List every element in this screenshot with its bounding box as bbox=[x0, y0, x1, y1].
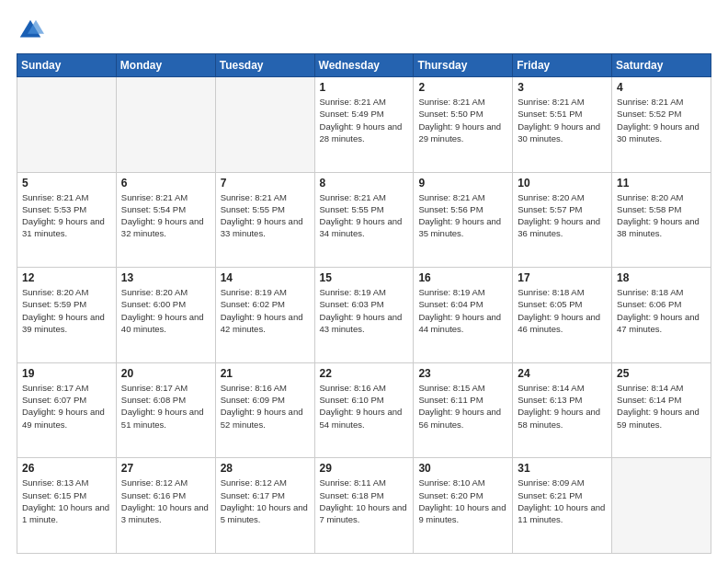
day-number: 11 bbox=[617, 177, 706, 190]
day-number: 1 bbox=[320, 81, 409, 94]
calendar-cell: 30Sunrise: 8:10 AM Sunset: 6:20 PM Dayli… bbox=[414, 458, 513, 554]
day-info: Sunrise: 8:21 AM Sunset: 5:51 PM Dayligh… bbox=[518, 96, 607, 144]
day-number: 17 bbox=[518, 271, 607, 284]
calendar-header-sunday: Sunday bbox=[17, 54, 117, 77]
day-number: 15 bbox=[320, 271, 409, 284]
calendar-cell: 7Sunrise: 8:21 AM Sunset: 5:55 PM Daylig… bbox=[215, 172, 314, 268]
calendar-cell: 18Sunrise: 8:18 AM Sunset: 6:06 PM Dayli… bbox=[612, 268, 711, 363]
calendar-cell: 20Sunrise: 8:17 AM Sunset: 6:08 PM Dayli… bbox=[116, 362, 215, 458]
day-number: 5 bbox=[22, 177, 111, 190]
day-info: Sunrise: 8:09 AM Sunset: 6:21 PM Dayligh… bbox=[518, 477, 607, 525]
calendar-cell: 17Sunrise: 8:18 AM Sunset: 6:05 PM Dayli… bbox=[513, 268, 612, 363]
day-info: Sunrise: 8:14 AM Sunset: 6:14 PM Dayligh… bbox=[617, 382, 706, 431]
day-info: Sunrise: 8:16 AM Sunset: 6:09 PM Dayligh… bbox=[221, 382, 310, 431]
day-number: 28 bbox=[221, 462, 310, 475]
day-number: 10 bbox=[518, 177, 607, 190]
calendar-cell: 21Sunrise: 8:16 AM Sunset: 6:09 PM Dayli… bbox=[215, 362, 314, 458]
calendar-cell: 22Sunrise: 8:16 AM Sunset: 6:10 PM Dayli… bbox=[314, 362, 414, 458]
calendar-cell: 8Sunrise: 8:21 AM Sunset: 5:55 PM Daylig… bbox=[314, 172, 414, 268]
calendar-cell: 13Sunrise: 8:20 AM Sunset: 6:00 PM Dayli… bbox=[116, 268, 215, 363]
day-info: Sunrise: 8:13 AM Sunset: 6:15 PM Dayligh… bbox=[22, 477, 111, 525]
calendar-cell: 10Sunrise: 8:20 AM Sunset: 5:57 PM Dayli… bbox=[513, 172, 612, 268]
logo-icon bbox=[17, 17, 44, 44]
day-number: 26 bbox=[22, 462, 111, 475]
calendar-cell: 12Sunrise: 8:20 AM Sunset: 5:59 PM Dayli… bbox=[17, 268, 117, 363]
calendar-cell: 26Sunrise: 8:13 AM Sunset: 6:15 PM Dayli… bbox=[17, 458, 117, 554]
day-number: 27 bbox=[121, 462, 210, 475]
day-info: Sunrise: 8:20 AM Sunset: 5:59 PM Dayligh… bbox=[22, 286, 111, 335]
day-number: 21 bbox=[221, 367, 310, 380]
day-number: 7 bbox=[221, 177, 310, 190]
calendar-header-wednesday: Wednesday bbox=[314, 54, 414, 77]
day-info: Sunrise: 8:10 AM Sunset: 6:20 PM Dayligh… bbox=[418, 477, 507, 525]
calendar-header-saturday: Saturday bbox=[612, 54, 711, 77]
calendar-cell bbox=[17, 77, 117, 173]
calendar-cell: 2Sunrise: 8:21 AM Sunset: 5:50 PM Daylig… bbox=[414, 77, 513, 173]
day-number: 23 bbox=[418, 367, 507, 380]
day-info: Sunrise: 8:21 AM Sunset: 5:52 PM Dayligh… bbox=[617, 96, 706, 144]
day-info: Sunrise: 8:19 AM Sunset: 6:04 PM Dayligh… bbox=[418, 286, 507, 335]
calendar-cell bbox=[612, 458, 711, 554]
day-number: 18 bbox=[617, 271, 706, 284]
logo bbox=[17, 17, 48, 44]
calendar-header-tuesday: Tuesday bbox=[215, 54, 314, 77]
calendar-cell: 11Sunrise: 8:20 AM Sunset: 5:58 PM Dayli… bbox=[612, 172, 711, 268]
calendar-header-monday: Monday bbox=[116, 54, 215, 77]
day-info: Sunrise: 8:20 AM Sunset: 6:00 PM Dayligh… bbox=[121, 286, 210, 335]
day-info: Sunrise: 8:21 AM Sunset: 5:49 PM Dayligh… bbox=[320, 96, 409, 144]
day-info: Sunrise: 8:21 AM Sunset: 5:55 PM Dayligh… bbox=[320, 191, 409, 240]
day-info: Sunrise: 8:20 AM Sunset: 5:58 PM Dayligh… bbox=[617, 191, 706, 240]
day-info: Sunrise: 8:18 AM Sunset: 6:05 PM Dayligh… bbox=[518, 286, 607, 335]
day-number: 16 bbox=[418, 271, 507, 284]
day-number: 25 bbox=[617, 367, 706, 380]
calendar-cell: 1Sunrise: 8:21 AM Sunset: 5:49 PM Daylig… bbox=[314, 77, 414, 173]
day-number: 31 bbox=[518, 462, 607, 475]
page-header bbox=[17, 17, 711, 44]
day-number: 29 bbox=[320, 462, 409, 475]
calendar-cell: 6Sunrise: 8:21 AM Sunset: 5:54 PM Daylig… bbox=[116, 172, 215, 268]
day-info: Sunrise: 8:15 AM Sunset: 6:11 PM Dayligh… bbox=[418, 382, 507, 431]
day-info: Sunrise: 8:21 AM Sunset: 5:55 PM Dayligh… bbox=[221, 191, 310, 240]
day-number: 14 bbox=[221, 271, 310, 284]
day-info: Sunrise: 8:17 AM Sunset: 6:07 PM Dayligh… bbox=[22, 382, 111, 431]
calendar-cell: 29Sunrise: 8:11 AM Sunset: 6:18 PM Dayli… bbox=[314, 458, 414, 554]
day-info: Sunrise: 8:21 AM Sunset: 5:53 PM Dayligh… bbox=[22, 191, 111, 240]
day-number: 30 bbox=[418, 462, 507, 475]
calendar-cell: 14Sunrise: 8:19 AM Sunset: 6:02 PM Dayli… bbox=[215, 268, 314, 363]
day-info: Sunrise: 8:21 AM Sunset: 5:54 PM Dayligh… bbox=[121, 191, 210, 240]
day-info: Sunrise: 8:17 AM Sunset: 6:08 PM Dayligh… bbox=[121, 382, 210, 431]
calendar-header-friday: Friday bbox=[513, 54, 612, 77]
calendar-cell: 31Sunrise: 8:09 AM Sunset: 6:21 PM Dayli… bbox=[513, 458, 612, 554]
calendar-week-3: 12Sunrise: 8:20 AM Sunset: 5:59 PM Dayli… bbox=[17, 268, 711, 363]
calendar-table: SundayMondayTuesdayWednesdayThursdayFrid… bbox=[17, 53, 711, 554]
day-number: 9 bbox=[418, 177, 507, 190]
day-number: 3 bbox=[518, 81, 607, 94]
calendar-cell: 9Sunrise: 8:21 AM Sunset: 5:56 PM Daylig… bbox=[414, 172, 513, 268]
day-info: Sunrise: 8:12 AM Sunset: 6:16 PM Dayligh… bbox=[121, 477, 210, 525]
day-info: Sunrise: 8:11 AM Sunset: 6:18 PM Dayligh… bbox=[320, 477, 409, 525]
day-info: Sunrise: 8:16 AM Sunset: 6:10 PM Dayligh… bbox=[320, 382, 409, 431]
calendar-week-5: 26Sunrise: 8:13 AM Sunset: 6:15 PM Dayli… bbox=[17, 458, 711, 554]
day-info: Sunrise: 8:18 AM Sunset: 6:06 PM Dayligh… bbox=[617, 286, 706, 335]
day-number: 20 bbox=[121, 367, 210, 380]
day-number: 24 bbox=[518, 367, 607, 380]
calendar-cell: 15Sunrise: 8:19 AM Sunset: 6:03 PM Dayli… bbox=[314, 268, 414, 363]
day-number: 22 bbox=[320, 367, 409, 380]
calendar-cell: 16Sunrise: 8:19 AM Sunset: 6:04 PM Dayli… bbox=[414, 268, 513, 363]
day-number: 2 bbox=[418, 81, 507, 94]
day-info: Sunrise: 8:12 AM Sunset: 6:17 PM Dayligh… bbox=[221, 477, 310, 525]
calendar-cell: 25Sunrise: 8:14 AM Sunset: 6:14 PM Dayli… bbox=[612, 362, 711, 458]
calendar-cell bbox=[215, 77, 314, 173]
day-number: 4 bbox=[617, 81, 706, 94]
calendar-header-row: SundayMondayTuesdayWednesdayThursdayFrid… bbox=[17, 54, 711, 77]
calendar-cell: 24Sunrise: 8:14 AM Sunset: 6:13 PM Dayli… bbox=[513, 362, 612, 458]
day-info: Sunrise: 8:21 AM Sunset: 5:56 PM Dayligh… bbox=[418, 191, 507, 240]
calendar-header-thursday: Thursday bbox=[414, 54, 513, 77]
calendar-cell: 23Sunrise: 8:15 AM Sunset: 6:11 PM Dayli… bbox=[414, 362, 513, 458]
calendar-cell: 19Sunrise: 8:17 AM Sunset: 6:07 PM Dayli… bbox=[17, 362, 117, 458]
calendar-cell bbox=[116, 77, 215, 173]
day-number: 6 bbox=[121, 177, 210, 190]
day-info: Sunrise: 8:21 AM Sunset: 5:50 PM Dayligh… bbox=[418, 96, 507, 144]
day-number: 13 bbox=[121, 271, 210, 284]
calendar-cell: 27Sunrise: 8:12 AM Sunset: 6:16 PM Dayli… bbox=[116, 458, 215, 554]
